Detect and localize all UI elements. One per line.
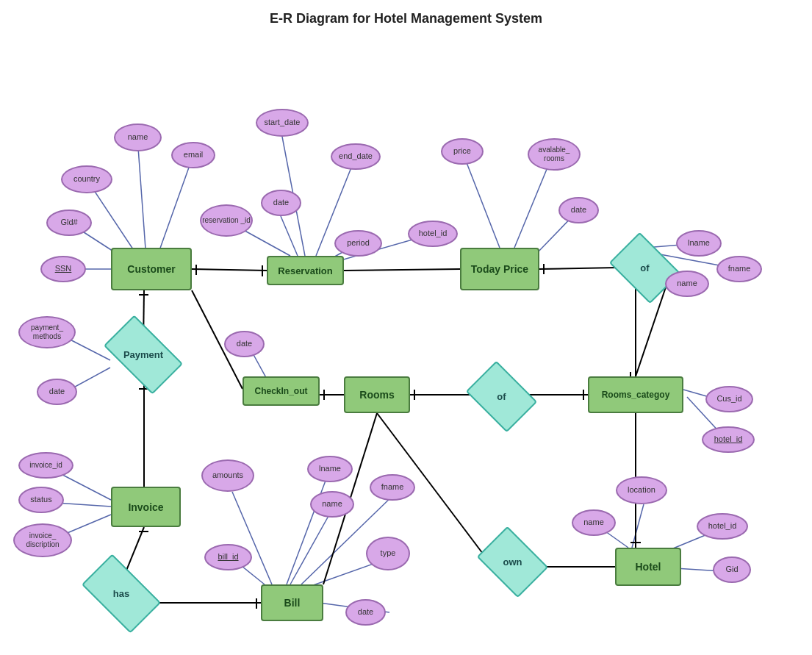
attr-amounts: amounts (201, 459, 254, 492)
entity-customer: Customer (111, 248, 192, 290)
attr-hotel-id1: hotel_id (408, 221, 458, 247)
svg-line-50 (287, 469, 330, 584)
attr-hotel-id3: hotel_id (697, 513, 748, 540)
svg-line-17 (539, 268, 617, 269)
attr-bill-id: bill_id (204, 544, 252, 570)
entity-rooms-categoy: Rooms_categoy (588, 376, 683, 413)
attr-date2: date (558, 197, 599, 223)
attr-fname2: fname (370, 474, 415, 501)
attr-invoice-id: invoice_id (18, 452, 73, 479)
entity-today-price: Today Price (460, 248, 539, 290)
svg-line-19 (462, 151, 500, 248)
attr-country: country (61, 165, 112, 193)
entity-rooms: Rooms (344, 376, 410, 413)
attr-name4: name (572, 509, 616, 536)
attr-pay-methods: payment_ methods (18, 316, 76, 348)
entity-checkin-out: CheckIn_out (242, 376, 320, 406)
diamond-of1: of (617, 248, 672, 288)
attr-status: status (18, 487, 64, 513)
attr-name1: name (114, 124, 162, 151)
entity-hotel: Hotel (615, 548, 681, 586)
diamond-payment: Payment (110, 334, 176, 375)
attr-period: period (334, 230, 382, 257)
svg-line-51 (290, 509, 332, 584)
attr-date3: date (37, 379, 77, 405)
diagram-title: E-R Diagram for Hotel Management System (270, 11, 542, 26)
attr-start-date: start_date (256, 109, 309, 137)
attr-price: price (441, 138, 484, 165)
attr-location: location (616, 476, 667, 504)
svg-line-14 (344, 269, 460, 271)
diamond-has: has (88, 573, 154, 614)
diamond-of2: of (474, 376, 529, 417)
diamond-own: own (485, 542, 540, 582)
attr-ssn: SSN (40, 256, 86, 282)
entity-bill: Bill (261, 584, 323, 621)
attr-res-id: reservation _id (200, 204, 253, 237)
svg-line-63 (632, 504, 644, 548)
attr-hotel-id2: hotel_id (702, 426, 755, 453)
er-diagram-canvas: E-R Diagram for Hotel Management System (0, 0, 812, 655)
entity-invoice: Invoice (111, 487, 181, 527)
attr-lname1: lname (676, 230, 722, 257)
svg-line-11 (192, 269, 267, 271)
attr-gid2: Gid (713, 556, 751, 583)
entity-reservation: Reservation (267, 256, 344, 285)
attr-name3: name (310, 491, 354, 518)
attr-cus-id: Cus_id (705, 386, 753, 412)
attr-type: type (366, 537, 410, 570)
svg-line-48 (232, 492, 272, 584)
attr-end-date: end_date (331, 143, 381, 170)
attr-date-ci: date (224, 331, 265, 357)
attr-email: email (171, 142, 215, 168)
attr-inv-desc: invoice_ discription (13, 523, 72, 557)
attr-date1: date (261, 190, 301, 216)
svg-line-7 (281, 216, 298, 256)
attr-fname1: fname (716, 256, 762, 282)
attr-date4: date (345, 599, 386, 626)
attr-name2: name (665, 271, 709, 297)
attr-lname2: lname (307, 456, 353, 482)
attr-avail-rooms: avalable_ rooms (528, 138, 581, 171)
attr-gid: Gld# (46, 210, 92, 236)
